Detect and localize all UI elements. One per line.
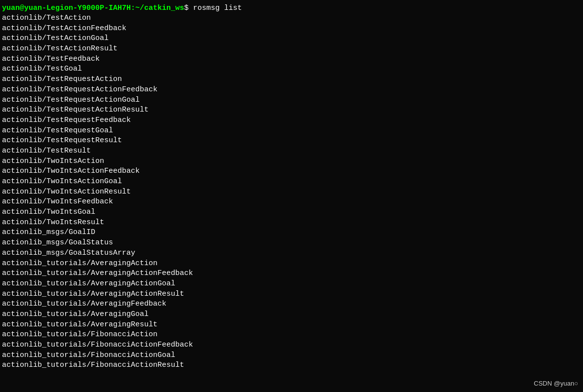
prompt-user-host: yuan@yuan-Legion-Y9000P-IAH7H:~/catkin_w…: [2, 4, 184, 12]
output-line: actionlib/TwoIntsFeedback: [2, 197, 581, 207]
terminal-output: actionlib/TestActionactionlib/TestAction…: [2, 13, 581, 371]
output-line: actionlib_tutorials/FibonacciActionResul…: [2, 360, 581, 371]
output-line: actionlib/TestFeedback: [2, 54, 581, 65]
output-line: actionlib/TestRequestGoal: [2, 126, 581, 136]
output-line: actionlib_tutorials/AveragingFeedback: [2, 299, 581, 310]
watermark: CSDN @yuan○: [534, 380, 578, 387]
terminal-window: yuan@yuan-Legion-Y9000P-IAH7H:~/catkin_w…: [0, 0, 583, 392]
output-line: actionlib_tutorials/AveragingActionFeedb…: [2, 269, 581, 279]
output-line: actionlib_tutorials/FibonacciActionFeedb…: [2, 340, 581, 351]
output-line: actionlib/TestAction: [2, 13, 581, 24]
output-line: actionlib/TestActionResult: [2, 44, 581, 54]
output-line: actionlib_tutorials/AveragingResult: [2, 320, 581, 330]
output-line: actionlib/TwoIntsActionGoal: [2, 177, 581, 187]
prompt-cmd-text: rosmsg list: [189, 4, 242, 12]
output-line: actionlib/TwoIntsAction: [2, 157, 581, 167]
output-line: actionlib_tutorials/AveragingAction: [2, 259, 581, 269]
output-line: actionlib/TestRequestActionGoal: [2, 95, 581, 106]
output-line: actionlib/TestRequestAction: [2, 75, 581, 85]
output-line: actionlib_msgs/GoalID: [2, 228, 581, 238]
output-line: actionlib/TestActionFeedback: [2, 24, 581, 34]
output-line: actionlib_msgs/GoalStatus: [2, 238, 581, 248]
output-line: actionlib/TestActionGoal: [2, 34, 581, 44]
output-line: actionlib_tutorials/FibonacciAction: [2, 330, 581, 340]
prompt-symbol: $: [184, 4, 189, 12]
output-line: actionlib_tutorials/AveragingGoal: [2, 310, 581, 320]
output-line: actionlib/TestRequestActionFeedback: [2, 85, 581, 95]
output-line: actionlib/TestRequestFeedback: [2, 116, 581, 126]
prompt-command: $ rosmsg list: [184, 4, 242, 12]
output-line: actionlib/TwoIntsActionResult: [2, 187, 581, 197]
output-line: actionlib/TestResult: [2, 146, 581, 157]
output-line: actionlib_tutorials/FibonacciActionGoal: [2, 351, 581, 361]
output-line: actionlib/TestRequestActionResult: [2, 105, 581, 116]
output-line: actionlib/TwoIntsGoal: [2, 207, 581, 218]
output-line: actionlib_tutorials/AveragingActionResul…: [2, 289, 581, 300]
output-line: actionlib/TwoIntsResult: [2, 218, 581, 228]
output-line: actionlib_tutorials/AveragingActionGoal: [2, 279, 581, 289]
output-line: actionlib/TestGoal: [2, 64, 581, 75]
output-line: actionlib/TwoIntsActionFeedback: [2, 166, 581, 177]
output-line: actionlib_msgs/GoalStatusArray: [2, 248, 581, 259]
output-line: actionlib/TestRequestResult: [2, 136, 581, 146]
prompt-line: yuan@yuan-Legion-Y9000P-IAH7H:~/catkin_w…: [2, 4, 581, 12]
